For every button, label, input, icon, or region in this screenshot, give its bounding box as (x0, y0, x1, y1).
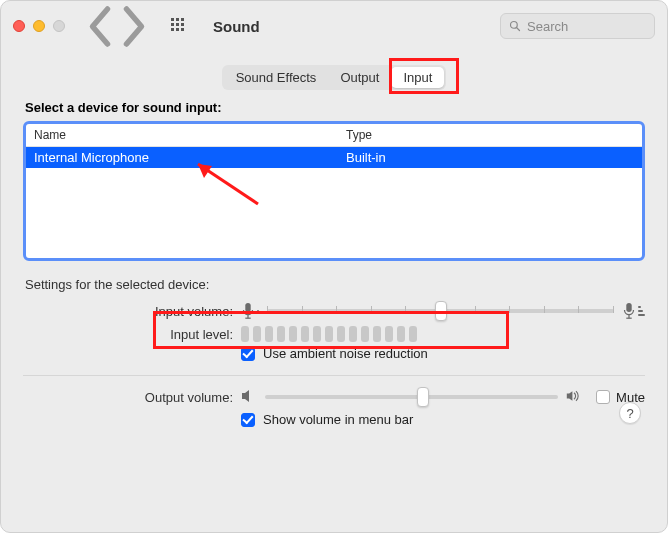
input-volume-label: Input volume: (23, 304, 241, 319)
search-input[interactable]: Search (500, 13, 655, 39)
close-icon[interactable] (13, 20, 25, 32)
column-type[interactable]: Type (346, 128, 634, 142)
svg-rect-3 (171, 23, 174, 26)
svg-rect-16 (626, 303, 631, 312)
tab-sound-effects[interactable]: Sound Effects (224, 67, 329, 88)
global-settings: Output volume: Mute (1, 386, 667, 427)
level-segment (397, 326, 405, 342)
menubar-checkbox[interactable] (241, 413, 255, 427)
ambient-noise-label: Use ambient noise reduction (263, 346, 428, 361)
level-segment (349, 326, 357, 342)
tabs-container: Sound Effects Output Input (1, 65, 667, 90)
svg-rect-5 (181, 23, 184, 26)
titlebar: Sound Search (1, 1, 667, 51)
device-list[interactable]: Name Type Internal Microphone Built-in (23, 121, 645, 261)
output-volume-label: Output volume: (23, 390, 241, 405)
window-controls (13, 20, 65, 32)
page-title: Sound (213, 18, 260, 35)
menubar-row: Show volume in menu bar (23, 412, 645, 427)
forward-button[interactable] (119, 13, 149, 39)
level-segment (253, 326, 261, 342)
table-header: Name Type (26, 124, 642, 147)
input-volume-row: Input volume: (23, 300, 645, 322)
level-segment (289, 326, 297, 342)
preferences-window: Sound Search Sound Effects Output Input … (0, 0, 668, 533)
select-device-heading: Select a device for sound input: (25, 100, 645, 115)
zoom-icon (53, 20, 65, 32)
speaker-low-icon (241, 389, 257, 406)
output-volume-thumb[interactable] (417, 387, 429, 407)
svg-line-10 (517, 28, 520, 31)
tab-output[interactable]: Output (328, 67, 391, 88)
level-segment (265, 326, 273, 342)
back-button[interactable] (85, 13, 115, 39)
svg-rect-4 (176, 23, 179, 26)
svg-rect-7 (176, 28, 179, 31)
level-segment (241, 326, 249, 342)
minimize-icon[interactable] (33, 20, 45, 32)
device-name-cell: Internal Microphone (34, 150, 346, 165)
tab-input[interactable]: Input (391, 67, 444, 88)
nav-buttons (85, 13, 149, 39)
svg-rect-0 (171, 18, 174, 21)
level-segment (325, 326, 333, 342)
ambient-noise-row: Use ambient noise reduction (23, 346, 645, 361)
level-segment (385, 326, 393, 342)
mute-checkbox[interactable] (596, 390, 610, 404)
level-segment (277, 326, 285, 342)
level-segment (337, 326, 345, 342)
mic-high-icon (622, 302, 645, 320)
level-segment (409, 326, 417, 342)
segmented-control: Sound Effects Output Input (222, 65, 447, 90)
svg-rect-6 (171, 28, 174, 31)
search-placeholder: Search (527, 19, 568, 34)
level-segment (361, 326, 369, 342)
svg-rect-1 (176, 18, 179, 21)
column-name[interactable]: Name (34, 128, 346, 142)
svg-line-11 (198, 164, 258, 204)
search-icon (509, 20, 521, 32)
main-panel: Select a device for sound input: Name Ty… (23, 100, 645, 376)
device-type-cell: Built-in (346, 150, 634, 165)
input-level-label: Input level: (23, 327, 241, 342)
ambient-noise-checkbox[interactable] (241, 347, 255, 361)
svg-rect-2 (181, 18, 184, 21)
level-segment (373, 326, 381, 342)
level-segment (313, 326, 321, 342)
output-volume-slider[interactable] (265, 386, 558, 408)
level-segment (301, 326, 309, 342)
input-volume-thumb[interactable] (435, 301, 447, 321)
show-all-button[interactable] (165, 13, 193, 39)
input-level-row: Input level: (23, 326, 645, 342)
table-row[interactable]: Internal Microphone Built-in (26, 147, 642, 168)
menubar-label: Show volume in menu bar (263, 412, 413, 427)
help-button[interactable]: ? (619, 402, 641, 424)
divider (23, 375, 645, 376)
output-volume-row: Output volume: Mute (23, 386, 645, 408)
input-level-meter (241, 326, 417, 342)
svg-rect-13 (245, 303, 250, 312)
svg-rect-8 (181, 28, 184, 31)
input-volume-slider[interactable] (267, 300, 614, 322)
mic-low-icon (241, 302, 259, 320)
speaker-high-icon (566, 389, 582, 406)
settings-heading: Settings for the selected device: (25, 277, 645, 292)
